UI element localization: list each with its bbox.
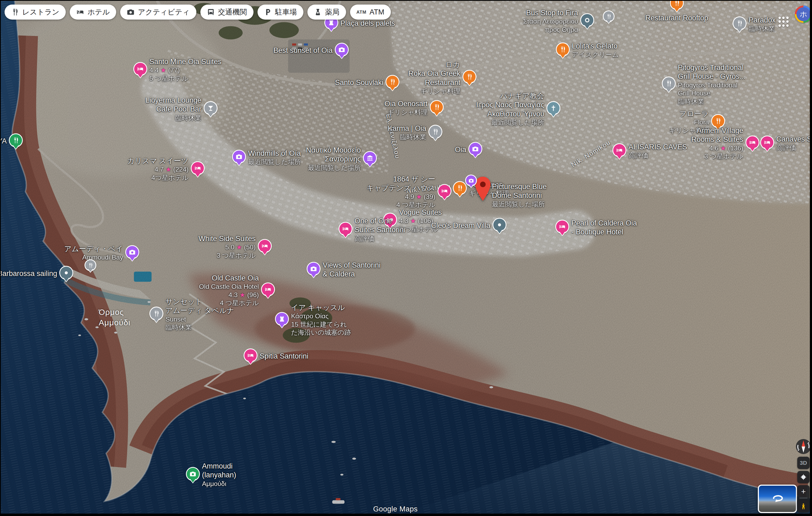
spitia-santorini-pin-icon bbox=[244, 349, 257, 362]
de-oya-label: De OYA bbox=[1, 137, 7, 146]
filter-chip-transit[interactable]: 交通機関 bbox=[200, 5, 254, 20]
filter-chip-atms[interactable]: ATMATM bbox=[350, 5, 391, 20]
label-line: 5.0 ★ (50) bbox=[199, 243, 256, 251]
my-location-button[interactable] bbox=[797, 471, 810, 483]
ammoudi-beach-pin-icon bbox=[187, 468, 199, 480]
label-line: パナギア教会 bbox=[476, 92, 544, 100]
cleos-dream-villa-label: Cleo's Dream Villa bbox=[431, 221, 490, 230]
filter-chip-label: 交通機関 bbox=[218, 8, 247, 16]
label-line: 4.7 ★ (224) bbox=[127, 165, 188, 174]
charisma-suites-pin-icon bbox=[192, 162, 204, 174]
label-line: Views of Santorini bbox=[323, 261, 381, 270]
restaurant-glyph-icon bbox=[153, 310, 160, 317]
label-line: 臨時休業 bbox=[749, 25, 776, 33]
restaurant-glyph-icon bbox=[466, 73, 473, 80]
roka-oia-greek-restaurant-pin-icon bbox=[463, 70, 475, 83]
parking-icon bbox=[264, 8, 272, 16]
paradox-pin-icon bbox=[733, 17, 746, 30]
label-line: Ammoudi bbox=[202, 462, 236, 471]
label-line: 3 つ星ホテル bbox=[199, 251, 256, 260]
restaurant-glyph-icon bbox=[736, 20, 743, 27]
label-line: 臨時休業 bbox=[388, 133, 426, 141]
atm-letters-icon: ATM bbox=[356, 10, 367, 14]
label-line: 4.9 ★ (39) bbox=[367, 193, 435, 201]
filter-chip-pharmacies[interactable]: 薬局 bbox=[308, 5, 346, 20]
zoom-in-button[interactable]: + bbox=[797, 485, 810, 498]
canaves-sunday-pin-icon bbox=[761, 136, 773, 149]
label-line: 4.6 ★ (136) bbox=[691, 144, 743, 152]
label-line: Spitia Santorini bbox=[260, 352, 309, 361]
oia-camera-2-pin-icon bbox=[466, 175, 476, 186]
pegman-button[interactable] bbox=[797, 500, 810, 513]
label-line: Vogue Suites bbox=[399, 208, 442, 217]
dot-glyph-icon bbox=[496, 221, 503, 228]
picturesque-blue-dome-santorini-label: Picturesque BlueDome Santorini最近閲覧した場所 bbox=[492, 182, 547, 208]
label-line: Oia Oenosart bbox=[384, 99, 428, 108]
map-canvas[interactable]: Plaça dels paletsRestaurant RooftopBus S… bbox=[1, 1, 810, 514]
label-line: & Caldera bbox=[323, 270, 381, 279]
restaurant-rooftop-label: Restaurant Rooftop bbox=[645, 14, 708, 23]
label-line: Santo Souvlaki bbox=[335, 78, 383, 87]
compass-control[interactable] bbox=[795, 438, 810, 455]
spitia-santorini-label: Spitia Santorini bbox=[260, 352, 309, 361]
armeni-village-rooms-suites-label: Armeni VillageRooms & Suites4.6 ★ (136)3… bbox=[691, 126, 743, 161]
rook-glyph-icon bbox=[279, 315, 285, 322]
filter-chip-restaurants[interactable]: レストラン bbox=[5, 5, 66, 20]
alisaris-caves-label: ALISARIS CAVES高評価 bbox=[629, 143, 687, 160]
oia-oenosart-label: Oia Oenosartギリシャ料理 bbox=[384, 99, 428, 117]
3d-toggle-button[interactable]: 3D bbox=[797, 457, 810, 469]
label-line: 高評価 bbox=[355, 235, 405, 243]
restaurant-glyph-icon bbox=[432, 128, 439, 135]
label-line: Old Castle Oia Hotel bbox=[199, 283, 259, 291]
views-of-santorini-caldera-pin-icon bbox=[308, 263, 320, 275]
camera-glyph-icon bbox=[310, 265, 317, 272]
label-line: ギリシャ料理 bbox=[384, 109, 428, 117]
target-icon bbox=[800, 474, 807, 481]
street-view-preview[interactable] bbox=[758, 485, 797, 513]
bed-glyph-icon bbox=[441, 187, 448, 194]
camera-glyph-icon bbox=[235, 153, 242, 160]
label-line: De OYA bbox=[1, 137, 7, 146]
google-apps-grid-icon[interactable] bbox=[777, 15, 790, 28]
bed-glyph-icon bbox=[749, 139, 756, 146]
label-line: フローラ bbox=[669, 110, 709, 118]
karma-oia-pin-icon bbox=[429, 125, 441, 138]
bed-glyph-icon bbox=[261, 242, 268, 249]
label-line: Ιερός Ναός Παναγίας bbox=[476, 100, 544, 110]
filter-chip-label: 薬局 bbox=[325, 8, 340, 16]
label-line: Lolita's Gelato bbox=[572, 42, 619, 51]
label-line: アムーディ タベルナ bbox=[166, 307, 234, 315]
filter-chip-label: ホテル bbox=[87, 8, 110, 16]
label-line: 高評価 bbox=[776, 144, 810, 152]
label-line: Suites Santorini bbox=[355, 226, 405, 235]
label-line: Ναυτικό Μουσείο bbox=[306, 146, 361, 155]
label-line: 臨時休業 bbox=[145, 114, 201, 122]
camera-glyph-icon bbox=[472, 145, 479, 152]
google-maps-window: Plaça dels paletsRestaurant RooftopBus S… bbox=[0, 0, 812, 516]
label-line: Karma | Oia bbox=[388, 124, 426, 133]
santo-souvlaki-pin-icon bbox=[386, 75, 399, 88]
paradox-label: Paradox臨時休業 bbox=[749, 16, 776, 33]
charisma-suites-label: カリスマ スイーツ4.7 ★ (224)4つ星ホテル bbox=[127, 157, 188, 182]
label-line: 最近閲覧した場所 bbox=[248, 158, 301, 166]
account-avatar[interactable]: ホ bbox=[795, 6, 810, 23]
filter-chip-hotels[interactable]: ホテル bbox=[70, 5, 116, 20]
label-line: Restaurant bbox=[408, 78, 460, 87]
label-line: 最近閲覧した場所 bbox=[306, 164, 361, 172]
label-line: Pearl of Caldera Oia bbox=[571, 219, 637, 228]
filter-chip-parking[interactable]: 駐車場 bbox=[258, 5, 303, 20]
restaurant-glyph-icon bbox=[389, 78, 396, 85]
filter-chip-activities[interactable]: アクティビティ bbox=[120, 5, 196, 20]
oia-castle-pin-icon bbox=[276, 313, 288, 325]
label-line: Grill House bbox=[678, 89, 746, 97]
label-line: Ακαθίστου Ύμνου bbox=[476, 110, 544, 119]
ring-glyph-icon bbox=[584, 17, 591, 24]
camera-glyph-icon bbox=[190, 471, 196, 477]
label-line: προς Θήρα bbox=[523, 26, 578, 34]
label-line: 4つ星ホテル bbox=[127, 174, 188, 182]
naval-maritime-museum-pin-icon bbox=[364, 152, 376, 164]
ammoudi-bay-pin-icon bbox=[126, 246, 138, 258]
camera-icon bbox=[126, 8, 135, 16]
bed-glyph-icon bbox=[559, 223, 566, 230]
label-line: Σαντορίνης bbox=[306, 155, 361, 164]
